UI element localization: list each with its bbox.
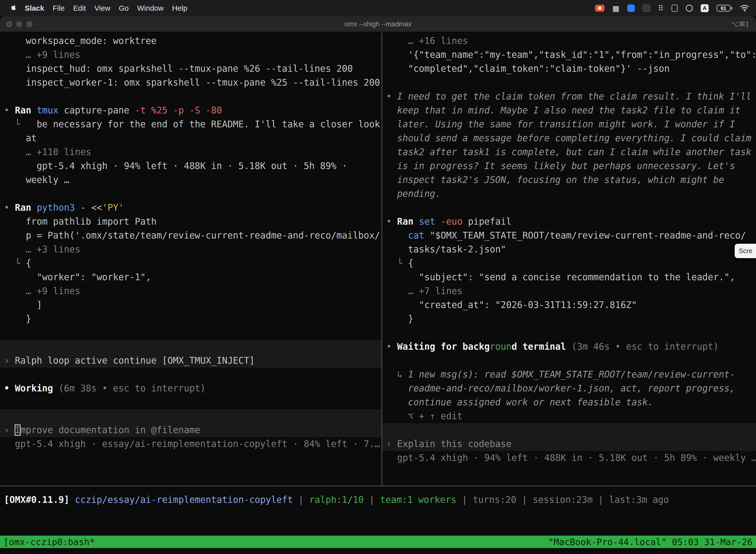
terminal-line: … +3 lines — [0, 242, 381, 257]
screen-recording-indicator[interactable] — [595, 5, 605, 12]
window-controls: × — [6, 16, 33, 32]
terminal-line: … +16 lines — [382, 34, 756, 48]
apple-menu[interactable] — [7, 3, 20, 13]
menu-item-file[interactable]: File — [48, 4, 69, 12]
battery-nub — [731, 7, 732, 10]
terminal-line: "subject": "send a concise recommendatio… — [382, 270, 756, 284]
terminal-line: workspace_mode: worktree — [0, 34, 381, 48]
stop-square-icon — [598, 7, 601, 10]
terminal-line: weekly … — [0, 173, 381, 187]
terminal-line — [0, 90, 381, 104]
battery-percent: 61 — [721, 5, 726, 11]
menu-item-edit[interactable]: Edit — [69, 4, 90, 12]
minimize-button[interactable] — [16, 21, 22, 27]
terminal-line: task2 after task1 is complete, but can I… — [382, 145, 756, 159]
terminal-line: gpt-5.4 xhigh · 94% left · 488K in · 5.1… — [0, 159, 381, 173]
terminal-line: "worker": "worker-1", — [0, 270, 381, 284]
prompt-ralph-loop[interactable]: › Ralph loop active continue [OMX_TMUX_I… — [0, 340, 381, 368]
tmux-status-bar: [omx-cczip0:bash* "MacBook-Pro-44.local"… — [0, 536, 756, 548]
terminal-line: • Working (6m 38s • esc to interrupt) — [0, 382, 381, 395]
dots-grid-icon[interactable]: ⠿ — [658, 4, 664, 13]
terminal-line: └ { — [382, 257, 756, 270]
terminal-line: '{"team_name":"my-team","task_id":"1","f… — [382, 48, 756, 62]
menu-bar: Slack FileEditViewGoWindowHelp ▦ ⠿ A 61 — [0, 0, 756, 16]
terminal-line: inspect_hud: omx sparkshell --tmux-pane … — [0, 62, 381, 76]
terminal-window: × omx --xhigh --madmax ⌥⌘1 workspace_mod… — [0, 16, 756, 554]
terminal-line: p = Path('.omx/state/team/review-current… — [0, 229, 381, 242]
terminal-line: • Waiting for background terminal (3m 46… — [382, 340, 756, 354]
window-shortcut-hint: ⌥⌘1 — [731, 20, 749, 28]
prompt-suggestion-explain-codebase[interactable]: › Explain this codebase — [382, 423, 756, 451]
terminal-line: • Ran tmux capture-pane -t %25 -p -S -80 — [0, 104, 381, 117]
menu-items: FileEditViewGoWindowHelp — [48, 4, 191, 12]
terminal-line: at — [0, 131, 381, 145]
terminal-line: gpt-5.4 xhigh · essay/ai-reimplementatio… — [0, 437, 381, 451]
menu-app-name[interactable]: Slack — [20, 4, 48, 12]
menu-bar-left: Slack FileEditViewGoWindowHelp — [7, 3, 191, 13]
terminal-status-pane: [OMX#0.11.9] cczip/essay/ai-reimplementa… — [0, 486, 756, 536]
terminal-line: ⌥ + ↑ edit — [382, 409, 756, 423]
terminal-line: … +110 lines — [0, 145, 381, 159]
terminal-line: continue assigned work or next feasible … — [382, 395, 756, 409]
window-title: omx --xhigh --madmax — [344, 20, 412, 28]
terminal-line: ] — [0, 298, 381, 312]
terminal-area: workspace_mode: worktree … +9 lines insp… — [0, 32, 756, 536]
blue-app-icon[interactable] — [627, 4, 635, 12]
screen: Slack FileEditViewGoWindowHelp ▦ ⠿ A 61 — [0, 0, 756, 554]
input-source-icon[interactable]: A — [701, 4, 709, 12]
terminal-line: pending. — [382, 187, 756, 201]
menu-item-window[interactable]: Window — [133, 4, 168, 12]
terminal-line: • Ran python3 - <<'PY' — [0, 201, 381, 215]
zoom-button[interactable] — [26, 21, 33, 27]
ghost-app-icon[interactable] — [672, 4, 678, 12]
wifi-icon[interactable] — [740, 5, 749, 12]
terminal-line: tasks/task-2.json" — [382, 242, 756, 257]
window-titlebar[interactable]: × omx --xhigh --madmax ⌥⌘1 — [0, 16, 756, 32]
terminal-line: gpt-5.4 xhigh · 94% left · 488K in · 5.1… — [382, 451, 756, 465]
terminal-line — [382, 76, 756, 90]
screen-capture-overlay: Scre — [735, 244, 756, 258]
terminal-line: from pathlib import Path — [0, 215, 381, 229]
terminal-line: "created_at": "2026-03-31T11:59:27.816Z" — [382, 298, 756, 312]
terminal-line: } — [0, 312, 381, 326]
terminal-line: readme-and-reco/mailbox/worker-1.json, a… — [382, 382, 756, 395]
menu-item-view[interactable]: View — [90, 4, 114, 12]
omx-status-line: [OMX#0.11.9] cczip/essay/ai-reimplementa… — [0, 493, 756, 507]
terminal-line: inspect_worker-1: omx sparkshell --tmux-… — [0, 76, 381, 90]
terminal-line — [0, 395, 381, 409]
terminal-line: └ be necessary for the end of the README… — [0, 117, 381, 131]
battery-indicator[interactable]: 61 — [716, 5, 732, 12]
tmux-session-window: [omx-cczip0:bash* — [3, 537, 95, 547]
menu-item-help[interactable]: Help — [168, 4, 192, 12]
terminal-line: cat "$OMX_TEAM_STATE_ROOT/team/review-cu… — [382, 229, 756, 242]
terminal-line: "completed","claim_token":"claim-token"}… — [382, 62, 756, 76]
terminal-line: is in progress? It seems likely but perh… — [382, 159, 756, 173]
terminal-line: • I need to get the claim token from the… — [382, 90, 756, 104]
keyboard-icon[interactable]: ▦ — [612, 4, 619, 13]
close-button[interactable]: × — [6, 21, 12, 27]
terminal-line: inspect task2's JSON, focusing on the st… — [382, 173, 756, 187]
gauge-icon[interactable] — [686, 5, 693, 12]
terminal-line: • Ran set -euo pipefail — [382, 215, 756, 229]
terminal-line — [0, 368, 381, 382]
terminal-line — [0, 326, 381, 340]
prompt-suggestion-improve-docs[interactable]: › Improve documentation in @filename — [0, 409, 381, 437]
terminal-line: … +9 lines — [0, 284, 381, 298]
terminal-line — [382, 354, 756, 368]
battery-body: 61 — [716, 5, 731, 12]
terminal-line: keep that in mind. Maybe I also need the… — [382, 104, 756, 117]
menu-item-go[interactable]: Go — [115, 4, 133, 12]
terminal-line: ↳ 1 new msg(s): read $OMX_TEAM_STATE_ROO… — [382, 368, 756, 382]
terminal-right-pane[interactable]: … +16 lines '{"team_name":"my-team","tas… — [382, 32, 756, 486]
terminal-left-pane[interactable]: workspace_mode: worktree … +9 lines insp… — [0, 32, 381, 486]
terminal-line: later. Using the same for transition mig… — [382, 117, 756, 131]
terminal-line: should send a message before completing … — [382, 131, 756, 145]
terminal-line: └ { — [0, 257, 381, 270]
dark-app-icon[interactable] — [643, 4, 650, 12]
terminal-line: … +7 lines — [382, 284, 756, 298]
terminal-line — [0, 187, 381, 201]
terminal-line: … +9 lines — [0, 48, 381, 62]
menu-status-icons: ▦ ⠿ A 61 — [595, 4, 749, 13]
apple-icon — [10, 3, 17, 13]
tmux-host-clock: "MacBook-Pro-44.local" 05:03 31-Mar-26 — [548, 537, 753, 547]
